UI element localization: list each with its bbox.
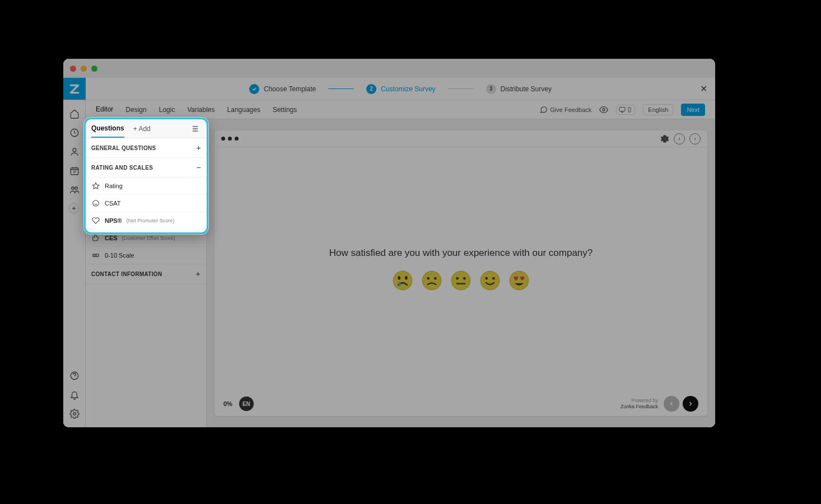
wizard-bar: Choose Template 2 Customize Survey 3 Dis… [86,78,715,100]
next-button[interactable]: Next [681,104,705,116]
wizard-connector [328,88,354,89]
tab-variables[interactable]: Variables [187,101,214,118]
minus-icon: − [197,163,201,172]
svg-rect-9 [628,107,631,111]
star-icon [91,181,100,190]
close-icon[interactable]: ✕ [700,83,707,94]
svg-point-24 [456,277,459,280]
step-number-icon: 2 [366,84,376,94]
preview-eye-icon[interactable] [599,105,608,114]
wizard-step-3[interactable]: 3 Distribute Survey [486,84,552,94]
question-type-csat[interactable]: CSAT [86,195,207,212]
progress-percent: 0% [223,400,232,407]
sub-tabbar: Editor Design Logic Variables Languages … [86,100,715,119]
help-icon[interactable] [69,370,80,381]
svg-point-16 [405,276,408,279]
svg-point-21 [434,277,437,280]
svg-marker-33 [92,183,99,189]
question-type-ces[interactable]: CES (Customer Effort Score) [86,230,207,232]
survey-next-button[interactable] [683,396,698,412]
svg-point-4 [74,187,77,190]
emoji-very-satisfied[interactable] [509,270,530,291]
tab-design[interactable]: Design [125,101,146,118]
survey-prev-button[interactable] [664,396,679,412]
close-window-button[interactable] [70,66,76,72]
emoji-unsatisfied[interactable] [421,270,442,291]
svg-point-1 [73,148,76,152]
survey-canvas: How satisfied are you with your experien… [207,119,715,427]
check-icon [249,84,259,94]
emoji-satisfied[interactable] [479,270,501,291]
svg-point-25 [463,277,466,280]
settings-icon[interactable] [69,408,80,419]
mobile-icon [627,106,632,113]
svg-point-30 [492,277,495,280]
powered-by-credit: Powered by Zonka Feedback [621,398,658,410]
svg-point-28 [481,272,499,290]
emoji-neutral[interactable] [450,270,472,291]
next-page-icon[interactable] [689,133,701,144]
svg-point-17 [398,282,401,286]
desktop-icon [619,106,626,113]
prev-page-icon[interactable] [674,133,685,144]
survey-question-text: How satisfied are you with your experien… [329,248,593,259]
svg-point-7 [603,109,605,111]
panel-tab-add[interactable]: Add [133,125,151,133]
panel-tab-questions[interactable]: Questions [91,124,124,138]
thumb-icon [91,234,100,242]
svg-point-29 [485,277,488,280]
section-general-questions[interactable]: GENERAL QUESTIONS + [86,138,207,158]
svg-rect-12 [93,254,99,257]
tab-settings[interactable]: Settings [273,101,297,118]
wizard-step-1[interactable]: Choose Template [249,84,316,94]
scale-icon [91,251,100,260]
maximize-window-button[interactable] [91,66,97,72]
svg-point-15 [398,276,400,279]
svg-point-32 [510,272,528,290]
minimize-window-button[interactable] [81,66,87,72]
wizard-step-label: Choose Template [264,85,316,93]
device-toggle[interactable] [616,105,635,115]
section-rating-scales[interactable]: RATING AND SCALES − [86,158,207,178]
language-selector[interactable]: English [643,104,673,115]
face-icon [91,199,100,208]
step-number-icon: 3 [486,84,496,94]
app-logo[interactable] [63,78,86,100]
svg-rect-2 [71,168,78,175]
titlebar [63,59,715,78]
add-icon[interactable] [69,203,79,213]
emoji-very-unsatisfied[interactable] [392,270,413,291]
section-contact-information[interactable]: CONTACT INFORMATION + [86,264,206,284]
window-dots-icon [221,137,239,141]
dashboard-icon[interactable] [69,127,80,138]
highlight-cutout: Questions Add GENERAL QUESTIONS + RATING… [86,119,207,232]
calendar-icon[interactable] [69,165,80,176]
chat-icon [540,106,548,114]
bell-icon[interactable] [69,389,80,400]
svg-point-34 [93,200,99,207]
svg-point-20 [427,277,430,280]
wizard-step-2[interactable]: 2 Customize Survey [366,84,435,94]
question-type-nps[interactable]: NPS® (Net Promoter Score) [86,212,207,230]
tab-languages[interactable]: Languages [227,101,260,118]
team-icon[interactable] [69,184,80,195]
home-icon[interactable] [69,108,80,119]
svg-point-23 [452,272,470,290]
svg-point-19 [423,272,441,290]
plus-icon: + [196,269,200,278]
emoji-rating-row [392,270,530,291]
question-type-rating[interactable]: Rating [86,178,207,195]
tab-logic[interactable]: Logic [159,101,175,118]
reorder-icon[interactable] [191,124,201,133]
heart-icon [91,216,100,225]
tab-editor[interactable]: Editor [96,101,113,119]
contacts-icon[interactable] [69,146,80,157]
svg-point-6 [73,413,76,416]
gear-icon[interactable] [660,134,669,143]
question-type-0-10-scale[interactable]: 0-10 Scale [86,247,206,264]
app-window: Choose Template 2 Customize Survey 3 Dis… [63,59,715,427]
svg-point-3 [71,187,74,190]
give-feedback-button[interactable]: Give Feedback [540,106,591,114]
svg-rect-8 [619,107,625,111]
language-badge[interactable]: EN [239,396,254,411]
